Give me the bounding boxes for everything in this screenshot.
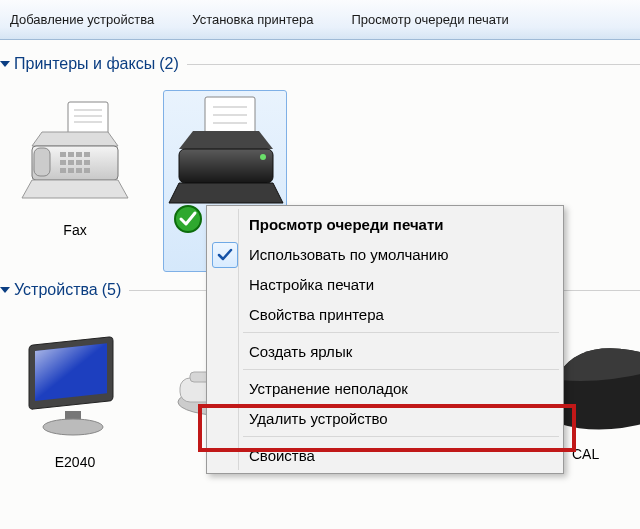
cm-troubleshoot[interactable]: Устранение неполадок bbox=[209, 373, 561, 403]
cm-label: Использовать по умолчанию bbox=[249, 246, 448, 263]
cm-set-default[interactable]: Использовать по умолчанию bbox=[209, 239, 561, 269]
svg-marker-4 bbox=[32, 132, 118, 146]
device-caption: CAL bbox=[572, 446, 640, 462]
svg-rect-13 bbox=[76, 160, 82, 165]
svg-rect-15 bbox=[60, 168, 66, 173]
dark-device-icon bbox=[560, 332, 640, 442]
svg-rect-6 bbox=[34, 148, 50, 176]
svg-rect-17 bbox=[76, 168, 82, 173]
svg-marker-26 bbox=[169, 183, 283, 203]
cm-separator bbox=[243, 332, 559, 333]
printer-icon bbox=[155, 88, 295, 218]
toolbar-add-device[interactable]: Добавление устройства bbox=[10, 12, 154, 27]
device-misc-right[interactable]: CAL bbox=[560, 332, 640, 462]
cm-properties[interactable]: Свойства bbox=[209, 440, 561, 470]
device-caption: Fax bbox=[5, 222, 145, 238]
section-count: (5) bbox=[102, 281, 122, 299]
section-label: Устройства bbox=[14, 281, 98, 299]
cm-printer-props[interactable]: Свойства принтера bbox=[209, 299, 561, 329]
svg-rect-0 bbox=[68, 102, 108, 136]
svg-marker-24 bbox=[179, 131, 273, 149]
context-menu: Просмотр очереди печати Использовать по … bbox=[206, 205, 564, 474]
cm-label: Удалить устройство bbox=[249, 410, 388, 427]
cm-view-queue[interactable]: Просмотр очереди печати bbox=[209, 209, 561, 239]
svg-rect-7 bbox=[60, 152, 66, 157]
svg-point-27 bbox=[260, 154, 266, 160]
cm-delete-device[interactable]: Удалить устройство bbox=[209, 403, 561, 433]
section-header-printers[interactable]: Принтеры и факсы (2) bbox=[0, 52, 640, 76]
caption-line: CAL bbox=[572, 446, 599, 462]
section-rule bbox=[187, 64, 640, 65]
cm-create-shortcut[interactable]: Создать ярлык bbox=[209, 336, 561, 366]
svg-rect-8 bbox=[68, 152, 74, 157]
cm-label: Свойства bbox=[249, 447, 315, 464]
svg-rect-31 bbox=[35, 343, 107, 401]
svg-rect-11 bbox=[60, 160, 66, 165]
svg-point-33 bbox=[43, 419, 103, 435]
cm-separator bbox=[243, 369, 559, 370]
collapse-arrow-icon bbox=[0, 61, 10, 67]
cm-label: Настройка печати bbox=[249, 276, 374, 293]
svg-rect-9 bbox=[76, 152, 82, 157]
cm-label: Просмотр очереди печати bbox=[249, 216, 444, 233]
cm-label: Устранение неполадок bbox=[249, 380, 408, 397]
cm-print-settings[interactable]: Настройка печати bbox=[209, 269, 561, 299]
section-label: Принтеры и факсы bbox=[14, 55, 155, 73]
cm-label: Создать ярлык bbox=[249, 343, 352, 360]
svg-rect-12 bbox=[68, 160, 74, 165]
checkmark-icon bbox=[212, 242, 238, 268]
svg-rect-25 bbox=[179, 149, 273, 183]
svg-rect-10 bbox=[84, 152, 90, 157]
fax-icon bbox=[5, 88, 145, 218]
collapse-arrow-icon bbox=[0, 287, 10, 293]
svg-rect-16 bbox=[68, 168, 74, 173]
device-caption: E2040 bbox=[5, 454, 145, 470]
monitor-icon bbox=[5, 320, 145, 450]
default-check-badge-icon bbox=[173, 204, 203, 234]
cm-label: Свойства принтера bbox=[249, 306, 384, 323]
toolbar-install-printer[interactable]: Установка принтера bbox=[192, 12, 313, 27]
svg-marker-19 bbox=[22, 180, 128, 198]
svg-point-28 bbox=[175, 206, 201, 232]
svg-rect-18 bbox=[84, 168, 90, 173]
device-fax[interactable]: Fax bbox=[5, 88, 145, 238]
device-monitor[interactable]: E2040 bbox=[5, 320, 145, 470]
section-count: (2) bbox=[159, 55, 179, 73]
toolbar-view-queue[interactable]: Просмотр очереди печати bbox=[352, 12, 509, 27]
toolbar: Добавление устройства Установка принтера… bbox=[0, 0, 640, 40]
cm-separator bbox=[243, 436, 559, 437]
svg-rect-14 bbox=[84, 160, 90, 165]
